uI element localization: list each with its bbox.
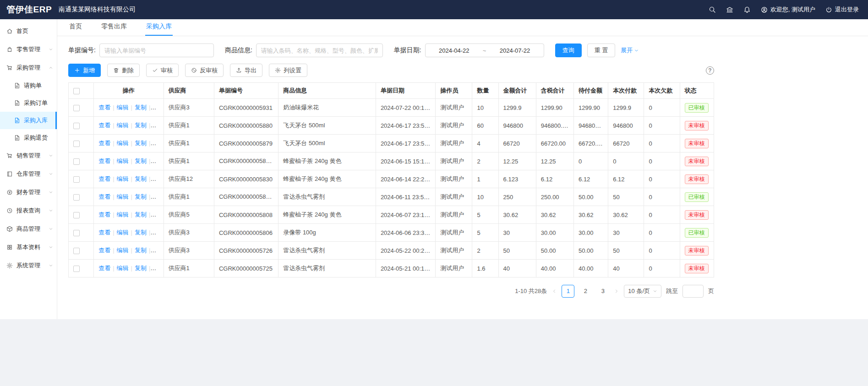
expand-link[interactable]: 展开 (621, 46, 639, 54)
status-badge: 未审核 (685, 139, 709, 148)
row-checkbox[interactable] (73, 230, 80, 236)
sidebar-item-home[interactable]: 首页 (0, 22, 57, 40)
op-copy-link[interactable]: 复制 (135, 140, 147, 147)
op-view-link[interactable]: 查看 (98, 247, 110, 254)
op-edit-link[interactable]: 编辑 (117, 104, 129, 111)
op-copy-link[interactable]: 复制 (135, 247, 147, 254)
column-header-10[interactable]: 本次付款 (608, 83, 644, 99)
row-checkbox[interactable] (73, 266, 80, 272)
sidebar-item-report[interactable]: 报表查询 (0, 201, 57, 220)
op-view-link[interactable]: 查看 (98, 229, 110, 236)
sidebar-subitem-purchase-request[interactable]: 请购单 (0, 77, 57, 94)
row-checkbox[interactable] (73, 248, 80, 254)
sidebar-subitem-purchase-return[interactable]: 采购退货 (0, 129, 57, 147)
column-header-3[interactable]: 商品信息 (278, 83, 376, 99)
op-edit-link[interactable]: 编辑 (117, 229, 129, 236)
op-view-link[interactable]: 查看 (98, 158, 110, 164)
op-edit-link[interactable]: 编辑 (117, 158, 129, 164)
bank-icon[interactable] (726, 6, 733, 13)
op-view-link[interactable]: 查看 (98, 122, 110, 129)
row-checkbox[interactable] (73, 158, 80, 165)
op-copy-link[interactable]: 复制 (135, 211, 147, 218)
op-view-link[interactable]: 查看 (98, 265, 110, 272)
column-header-12[interactable]: 状态 (680, 83, 714, 99)
search-button[interactable]: 查询 (555, 43, 582, 57)
row-checkbox[interactable] (73, 212, 80, 218)
op-edit-link[interactable]: 编辑 (117, 122, 129, 129)
column-header-8[interactable]: 含税合计 (536, 83, 573, 99)
op-copy-link[interactable]: 复制 (135, 104, 147, 111)
bill-no-input[interactable] (99, 43, 214, 57)
column-header-1[interactable]: 供应商 (164, 83, 214, 99)
op-view-link[interactable]: 查看 (98, 175, 110, 182)
op-view-link[interactable]: 查看 (98, 193, 110, 200)
export-button[interactable]: 导出 (230, 64, 262, 77)
op-edit-link[interactable]: 编辑 (117, 175, 129, 182)
column-header-7[interactable]: 金额合计 (498, 83, 536, 99)
row-checkbox[interactable] (73, 141, 80, 147)
page-button-2[interactable]: 2 (579, 285, 592, 298)
page-size-select[interactable]: 10 条/页 (624, 285, 661, 298)
column-header-9[interactable]: 待付金额 (574, 83, 608, 99)
tab-purchase-in[interactable]: 采购入库 (145, 22, 173, 36)
op-edit-link[interactable]: 编辑 (117, 211, 129, 218)
row-checkbox[interactable] (73, 123, 80, 129)
row-select-cell (69, 117, 94, 135)
page-button-1[interactable]: 1 (562, 285, 574, 298)
date-range-picker[interactable]: 2024-04-22 ~ 2024-07-22 (425, 43, 544, 57)
jump-page-input[interactable] (682, 285, 704, 298)
sidebar-subitem-purchase-in[interactable]: 采购入库 (0, 112, 57, 129)
date-start-value[interactable]: 2024-04-22 (439, 47, 469, 54)
row-checkbox[interactable] (73, 194, 80, 201)
sidebar-item-purchase[interactable]: 采购管理 (0, 59, 57, 77)
sidebar-subitem-purchase-order[interactable]: 采购订单 (0, 94, 57, 112)
audit-button[interactable]: 审核 (146, 64, 179, 77)
sidebar-item-retail[interactable]: 零售管理 (0, 40, 57, 59)
column-header-4[interactable]: 单据日期 (376, 83, 435, 99)
column-header-11[interactable]: 本次欠款 (644, 83, 680, 99)
op-edit-link[interactable]: 编辑 (117, 140, 129, 147)
delete-button[interactable]: 删除 (107, 64, 140, 77)
op-view-link[interactable]: 查看 (98, 211, 110, 218)
prev-page-button[interactable] (551, 288, 557, 294)
op-edit-link[interactable]: 编辑 (117, 265, 129, 272)
unaudit-button[interactable]: 反审核 (185, 64, 224, 77)
sidebar-item-sales[interactable]: 销售管理 (0, 147, 57, 165)
sidebar-item-goods[interactable]: 商品管理 (0, 220, 57, 238)
tab-retail-out[interactable]: 零售出库 (100, 22, 128, 36)
select-all-checkbox[interactable] (73, 88, 80, 94)
column-header-6[interactable]: 数量 (472, 83, 498, 99)
page-button-3[interactable]: 3 (596, 285, 609, 298)
op-view-link[interactable]: 查看 (98, 140, 110, 147)
op-edit-link[interactable]: 编辑 (117, 193, 129, 200)
op-edit-link[interactable]: 编辑 (117, 247, 129, 254)
op-copy-link[interactable]: 复制 (135, 175, 147, 182)
sidebar-item-warehouse[interactable]: 仓库管理 (0, 165, 57, 183)
column-header-5[interactable]: 操作员 (436, 83, 472, 99)
row-checkbox[interactable] (73, 176, 80, 183)
row-actions-cell: 查看|编辑|复制|删除 (94, 242, 164, 260)
bell-icon[interactable] (743, 6, 751, 13)
date-end-value[interactable]: 2024-07-22 (500, 47, 530, 54)
op-copy-link[interactable]: 复制 (135, 265, 147, 272)
reset-button[interactable]: 重 置 (587, 43, 616, 57)
op-copy-link[interactable]: 复制 (135, 122, 147, 129)
op-copy-link[interactable]: 复制 (135, 229, 147, 236)
search-icon[interactable] (709, 6, 716, 13)
op-copy-link[interactable]: 复制 (135, 158, 147, 164)
row-checkbox[interactable] (73, 105, 80, 111)
goods-info-input[interactable] (256, 43, 383, 57)
column-header-0[interactable]: 操作 (94, 83, 164, 99)
tab-home[interactable]: 首页 (68, 22, 83, 36)
sidebar-item-base-data[interactable]: 基本资料 (0, 238, 57, 256)
sidebar-item-finance[interactable]: 财务管理 (0, 183, 57, 201)
column-header-2[interactable]: 单据编号 (214, 83, 278, 99)
op-copy-link[interactable]: 复制 (135, 193, 147, 200)
op-view-link[interactable]: 查看 (98, 104, 110, 111)
next-page-button[interactable] (614, 288, 619, 294)
logout-button[interactable]: 退出登录 (825, 5, 859, 14)
help-icon[interactable]: ? (706, 66, 714, 75)
sidebar-item-system[interactable]: 系统管理 (0, 256, 57, 275)
add-button[interactable]: 新增 (68, 64, 101, 77)
column-settings-button[interactable]: 列设置 (269, 64, 307, 77)
